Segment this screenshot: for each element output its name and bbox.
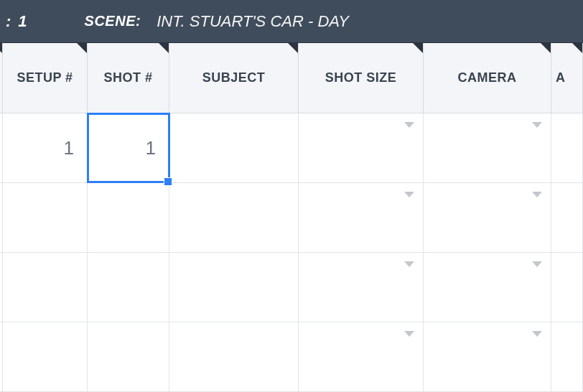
cell-angle[interactable]	[551, 253, 583, 322]
cell-shot-size[interactable]	[299, 322, 424, 391]
table-row	[0, 322, 583, 392]
cell-camera[interactable]	[424, 183, 551, 252]
cell-shot-size[interactable]	[299, 253, 424, 322]
cell-subject[interactable]	[169, 183, 299, 252]
scene-header-bar: : 1 SCENE: INT. STUART'S CAR - DAY	[0, 0, 583, 43]
cell-value: 1	[146, 137, 156, 159]
cell-subject[interactable]	[169, 113, 299, 182]
scene-label: SCENE:	[85, 13, 141, 29]
cell-setup[interactable]	[3, 322, 88, 391]
cell-shot[interactable]	[88, 322, 169, 391]
table-row	[0, 183, 583, 253]
dropdown-icon[interactable]	[532, 122, 542, 128]
column-header-shot[interactable]: SHOT #	[88, 43, 169, 113]
column-header-camera[interactable]: CAMERA	[424, 43, 551, 113]
sort-corner-icon	[541, 43, 551, 53]
column-header-label: SUBJECT	[202, 70, 266, 85]
table-row: 1 1	[0, 113, 583, 183]
cell-camera[interactable]	[424, 113, 551, 182]
dropdown-icon[interactable]	[404, 192, 414, 197]
column-header-angle[interactable]: A	[551, 43, 583, 113]
cell-shot-size[interactable]	[299, 183, 424, 252]
cell-subject[interactable]	[169, 253, 299, 322]
sort-corner-icon	[572, 43, 582, 53]
sort-corner-icon	[77, 43, 87, 53]
cell-setup[interactable]: 1	[3, 113, 88, 182]
cell-angle[interactable]	[551, 322, 583, 391]
dropdown-icon[interactable]	[404, 331, 414, 337]
column-header-label: SHOT SIZE	[325, 70, 397, 85]
cell-camera[interactable]	[424, 253, 551, 322]
cell-angle[interactable]	[551, 113, 583, 182]
dropdown-icon[interactable]	[532, 331, 542, 337]
cell-shot[interactable]	[88, 183, 169, 252]
column-header-setup[interactable]: SETUP #	[3, 43, 88, 113]
cell-value: 1	[64, 137, 74, 159]
cell-setup[interactable]	[3, 183, 88, 252]
column-header-shot-size[interactable]: SHOT SIZE	[299, 43, 424, 113]
cell-setup[interactable]	[3, 253, 88, 322]
dropdown-icon[interactable]	[532, 261, 542, 267]
cell-shot[interactable]	[88, 253, 169, 322]
dropdown-icon[interactable]	[404, 122, 414, 128]
sort-corner-icon	[413, 43, 423, 53]
table-row	[0, 253, 583, 322]
column-header-label: SHOT #	[103, 70, 152, 85]
column-header-label: A	[556, 70, 566, 85]
header-num-value: 1	[18, 12, 27, 31]
column-header-label: SETUP #	[17, 70, 73, 85]
header-num-colon: :	[6, 12, 11, 31]
cell-shot[interactable]: 1	[88, 113, 169, 182]
dropdown-icon[interactable]	[404, 261, 414, 267]
shot-list-grid: SETUP # SHOT # SUBJECT SHOT SIZE CAMERA …	[0, 43, 583, 392]
sort-corner-icon	[159, 43, 169, 53]
scene-value: INT. STUART'S CAR - DAY	[157, 12, 349, 31]
column-header-label: CAMERA	[458, 70, 517, 85]
cell-camera[interactable]	[424, 322, 551, 391]
cell-subject[interactable]	[169, 322, 299, 391]
cell-shot-size[interactable]	[299, 113, 424, 182]
sort-corner-icon	[288, 43, 298, 53]
dropdown-icon[interactable]	[532, 192, 542, 197]
column-header-subject[interactable]: SUBJECT	[169, 43, 299, 113]
column-header-row: SETUP # SHOT # SUBJECT SHOT SIZE CAMERA …	[0, 43, 583, 113]
cell-angle[interactable]	[551, 183, 583, 252]
sort-corner-icon	[0, 43, 2, 53]
